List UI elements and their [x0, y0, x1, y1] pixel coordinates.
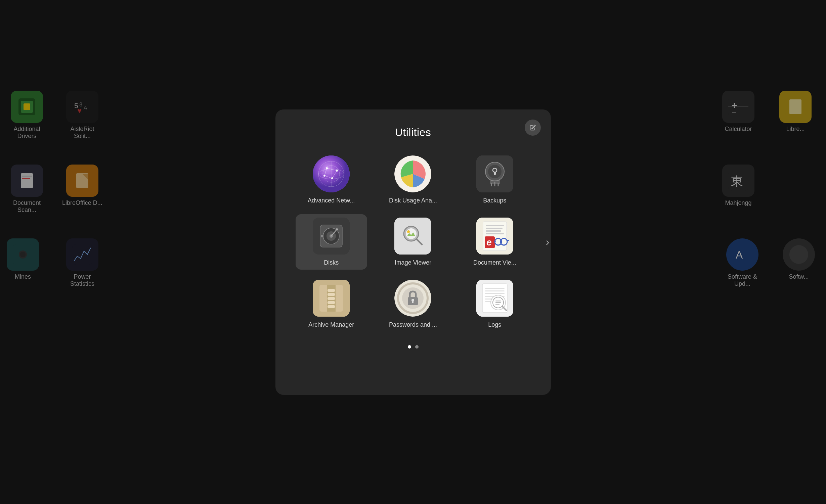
- app-icon-passwords: [394, 280, 431, 317]
- bg-app-mahjongg: 東 Mahjongg: [722, 165, 754, 207]
- svg-point-17: [20, 252, 26, 257]
- app-icon-backups: [476, 155, 513, 192]
- app-image-viewer[interactable]: Image Viewer: [377, 214, 449, 270]
- svg-rect-87: [328, 301, 335, 304]
- svg-rect-106: [495, 302, 501, 303]
- svg-point-65: [406, 228, 417, 239]
- bg-app-additional-drivers: Additional Drivers: [7, 91, 47, 140]
- app-disk-usage[interactable]: Disk Usage Ana...: [377, 152, 449, 208]
- bg-app-software: A Software & Upd...: [722, 238, 763, 287]
- app-icon-logs: [476, 280, 513, 317]
- pagination-dot-1[interactable]: [408, 345, 411, 349]
- svg-text:A: A: [736, 249, 743, 261]
- svg-rect-73: [486, 233, 504, 234]
- svg-text:−: −: [732, 108, 736, 117]
- svg-point-93: [411, 299, 414, 302]
- app-label-disks: Disks: [324, 259, 339, 266]
- app-label-backups: Backups: [483, 197, 506, 204]
- svg-rect-49: [494, 172, 496, 175]
- app-icon-document-viewer: e: [476, 218, 513, 255]
- svg-rect-86: [328, 297, 335, 300]
- app-archive-manager[interactable]: Archive Manager: [296, 276, 367, 332]
- pagination-dots: [408, 345, 419, 349]
- edit-button[interactable]: [525, 120, 541, 136]
- next-page-arrow[interactable]: ›: [546, 236, 550, 248]
- app-disks[interactable]: Disks: [296, 214, 367, 270]
- svg-rect-72: [486, 230, 501, 232]
- svg-text:東: 東: [731, 174, 743, 188]
- svg-rect-88: [328, 305, 335, 308]
- app-label-archive-manager: Archive Manager: [308, 321, 354, 328]
- bg-app-document-scan: Document Scan...: [7, 165, 47, 214]
- svg-rect-71: [486, 228, 503, 229]
- bg-app-aisleriot: 5 8 A ♥ AisleRiot Solit...: [62, 91, 102, 140]
- app-label-document-viewer: Document Vie...: [473, 259, 516, 266]
- folder-popup: Utilities: [275, 109, 551, 395]
- apps-grid: Advanced Netw...: [289, 152, 537, 332]
- svg-text:e: e: [486, 237, 492, 247]
- bg-app-power-stats: Power Statistics: [62, 238, 102, 287]
- svg-rect-94: [412, 301, 414, 303]
- svg-rect-105: [495, 301, 501, 302]
- svg-rect-107: [495, 304, 499, 305]
- svg-rect-97: [485, 288, 505, 289]
- app-logs[interactable]: Logs: [459, 276, 530, 332]
- app-label-advanced-network: Advanced Netw...: [308, 197, 355, 204]
- svg-point-66: [407, 230, 410, 233]
- app-icon-image-viewer: [394, 218, 431, 255]
- bg-app-libreoffice: LibreOffice D...: [62, 165, 102, 207]
- bg-app-calculator: + − Calculator: [722, 91, 754, 133]
- svg-rect-85: [328, 293, 335, 296]
- app-icon-disk-usage: [394, 155, 431, 192]
- svg-rect-70: [486, 225, 504, 226]
- folder-title: Utilities: [395, 126, 431, 139]
- svg-text:♥: ♥: [77, 106, 82, 115]
- app-icon-archive-manager: [313, 280, 350, 317]
- svg-rect-9: [21, 173, 33, 188]
- app-label-passwords: Passwords and ...: [389, 321, 437, 328]
- svg-point-62: [321, 235, 323, 237]
- app-label-image-viewer: Image Viewer: [395, 259, 432, 266]
- svg-rect-10: [22, 176, 32, 177]
- app-icon-advanced-network: [313, 155, 350, 192]
- svg-point-29: [789, 245, 808, 264]
- app-backups[interactable]: Backups: [459, 152, 530, 208]
- svg-rect-99: [485, 293, 505, 294]
- app-passwords[interactable]: Passwords and ...: [377, 276, 449, 332]
- svg-rect-2: [24, 103, 30, 110]
- app-advanced-network[interactable]: Advanced Netw...: [296, 152, 367, 208]
- svg-rect-11: [22, 178, 30, 179]
- app-label-disk-usage: Disk Usage Ana...: [389, 197, 437, 204]
- app-icon-disks: [313, 218, 350, 255]
- svg-rect-84: [328, 289, 335, 292]
- svg-text:A: A: [84, 105, 87, 111]
- app-document-viewer[interactable]: e Document Vie...: [459, 214, 530, 270]
- bg-app-mines: Mines: [7, 238, 39, 280]
- bg-app-libre2: Libre...: [779, 91, 812, 133]
- svg-rect-98: [485, 290, 505, 291]
- svg-point-61: [336, 228, 338, 230]
- bg-app-softw2: Softw...: [783, 238, 815, 280]
- pagination-dot-2[interactable]: [415, 345, 419, 349]
- svg-rect-24: [789, 99, 801, 114]
- app-label-logs: Logs: [488, 321, 501, 328]
